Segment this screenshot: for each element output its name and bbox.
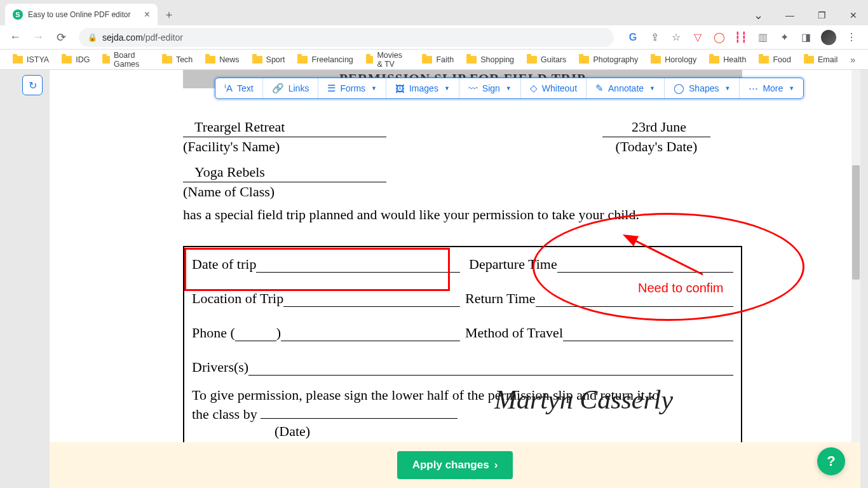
- bookmark-faith[interactable]: Faith: [417, 53, 459, 67]
- scroll-thumb[interactable]: [852, 165, 860, 280]
- facility-name-value[interactable]: Treargel Retreat: [183, 119, 386, 137]
- class-name-value[interactable]: Yoga Rebels: [183, 164, 386, 182]
- tab-title: Easy to use Online PDF editor: [28, 10, 130, 19]
- return-date-field[interactable]: [261, 418, 458, 419]
- bookmarks-overflow[interactable]: »: [845, 52, 860, 67]
- address-bar[interactable]: 🔒 sejda.com/pdf-editor: [79, 28, 614, 47]
- drivers-field[interactable]: [248, 359, 733, 376]
- menu-icon[interactable]: ⋮: [845, 31, 858, 44]
- rotate-tool[interactable]: ↻: [22, 75, 43, 95]
- pocket-icon[interactable]: ▽: [691, 31, 704, 44]
- folder-icon: [366, 56, 374, 64]
- minimize-button[interactable]: —: [775, 5, 804, 25]
- annotation-arrow[interactable]: [627, 236, 709, 283]
- bookmark-freelancing[interactable]: Freelancing: [292, 53, 358, 67]
- folder-icon: [709, 56, 719, 64]
- method-of-travel-field[interactable]: [563, 325, 733, 341]
- extension-icon-2[interactable]: ▥: [756, 31, 769, 44]
- bookmark-shopping[interactable]: Shopping: [461, 53, 519, 67]
- editor-viewport: ᴵAText 🔗Links ☰Forms▼ 🖼Images▼ 〰Sign▼ ◇W…: [50, 70, 860, 488]
- method-of-travel-label: Method of Travel: [465, 325, 563, 341]
- folder-icon: [651, 56, 661, 64]
- editor-toolbar: ᴵAText 🔗Links ☰Forms▼ 🖼Images▼ 〰Sign▼ ◇W…: [215, 78, 804, 99]
- forward-button[interactable]: →: [28, 27, 48, 48]
- annotation-text[interactable]: Need to confim: [638, 281, 724, 295]
- phone-number-field[interactable]: [281, 325, 460, 341]
- bookmark-tech[interactable]: Tech: [157, 53, 198, 67]
- apply-changes-button[interactable]: Apply changes›: [397, 451, 513, 479]
- bookmark-istya[interactable]: ISTYA: [8, 53, 54, 67]
- scrollbar[interactable]: [851, 70, 860, 488]
- facility-name-label: (Facility's Name): [183, 139, 386, 155]
- bookmark-email[interactable]: Email: [799, 53, 843, 67]
- sidepanel-icon[interactable]: ◨: [799, 31, 812, 44]
- window-controls: ⌄ — ❐ ✕: [743, 5, 868, 25]
- tool-links[interactable]: 🔗Links: [263, 78, 319, 98]
- caret-down-icon: ▼: [371, 85, 377, 92]
- drivers-label: Drivers(s): [192, 359, 248, 376]
- tool-text[interactable]: ᴵAText: [215, 78, 263, 98]
- url-path: /pdf-editor: [143, 32, 183, 43]
- tool-sign[interactable]: 〰Sign▼: [459, 78, 521, 98]
- caret-down-icon: ▼: [789, 85, 794, 92]
- browser-tab[interactable]: S Easy to use Online PDF editor ×: [5, 4, 158, 25]
- permission-line2: the class by: [192, 406, 261, 422]
- bookmark-photography[interactable]: Photography: [574, 53, 643, 67]
- tab-dropdown-icon[interactable]: ⌄: [743, 5, 773, 25]
- close-tab-icon[interactable]: ×: [144, 9, 150, 20]
- today-date-value[interactable]: 23rd June: [602, 119, 710, 137]
- bookmark-board-games[interactable]: Board Games: [97, 48, 154, 71]
- folder-icon: [466, 56, 477, 64]
- google-icon[interactable]: G: [627, 31, 639, 44]
- chevron-right-icon: ›: [494, 459, 498, 471]
- bookmark-news[interactable]: News: [200, 53, 244, 67]
- tool-images[interactable]: 🖼Images▼: [386, 78, 459, 98]
- tab-favicon: S: [13, 10, 23, 20]
- extension-icon-1[interactable]: ┇┇: [735, 31, 747, 44]
- extensions-puzzle-icon[interactable]: ✦: [778, 31, 790, 44]
- caret-down-icon: ▼: [649, 85, 655, 92]
- bookmark-horology[interactable]: Horology: [646, 53, 702, 67]
- caret-down-icon: ▼: [444, 85, 450, 92]
- bookmark-movies-tv[interactable]: Movies & TV: [361, 48, 415, 71]
- folder-icon: [422, 56, 432, 64]
- tool-more[interactable]: ⋯More▼: [740, 78, 803, 98]
- annotation-rectangle[interactable]: [184, 248, 450, 291]
- bookmark-idg[interactable]: IDG: [57, 53, 95, 67]
- tool-annotate[interactable]: ✎Annotate▼: [587, 78, 665, 98]
- star-icon[interactable]: ☆: [670, 31, 682, 44]
- folder-icon: [13, 56, 23, 64]
- return-time-label: Return Time: [465, 290, 536, 307]
- adblock-icon[interactable]: ◯: [713, 31, 726, 44]
- close-window-button[interactable]: ✕: [839, 5, 868, 25]
- folder-icon: [252, 56, 262, 64]
- maximize-button[interactable]: ❐: [807, 5, 836, 25]
- svg-line-0: [633, 240, 703, 274]
- reload-button[interactable]: ⟳: [51, 27, 71, 48]
- lock-icon: 🔒: [88, 33, 97, 42]
- back-button[interactable]: ←: [5, 27, 25, 48]
- phone-area-field[interactable]: [235, 325, 276, 341]
- profile-avatar[interactable]: [821, 30, 836, 45]
- folder-icon: [804, 56, 814, 64]
- folder-icon: [527, 56, 537, 64]
- url-bar: ← → ⟳ 🔒 sejda.com/pdf-editor G ⇪ ☆ ▽ ◯ ┇…: [0, 25, 868, 50]
- folder-icon: [297, 56, 308, 64]
- today-date-label: (Today's Date): [602, 139, 710, 155]
- bookmark-guitars[interactable]: Guitars: [522, 53, 571, 67]
- bookmark-sport[interactable]: Sport: [247, 53, 290, 67]
- pen-icon: ✎: [595, 83, 604, 94]
- tool-whiteout[interactable]: ◇Whiteout: [521, 78, 587, 98]
- help-button[interactable]: ?: [817, 447, 845, 475]
- share-icon[interactable]: ⇪: [648, 31, 661, 44]
- page-content: ↻ ᴵAText 🔗Links ☰Forms▼ 🖼Images▼ 〰Sign▼ …: [0, 70, 868, 488]
- location-of-trip-field[interactable]: [283, 290, 460, 307]
- signature[interactable]: Martyn Casserly: [494, 384, 673, 415]
- image-icon: 🖼: [395, 83, 405, 94]
- bookmark-food[interactable]: Food: [754, 53, 796, 67]
- tool-shapes[interactable]: ◯Shapes▼: [665, 78, 740, 98]
- bookmark-health[interactable]: Health: [704, 53, 751, 67]
- forms-icon: ☰: [327, 83, 336, 94]
- tool-forms[interactable]: ☰Forms▼: [318, 78, 386, 98]
- new-tab-button[interactable]: +: [160, 6, 178, 24]
